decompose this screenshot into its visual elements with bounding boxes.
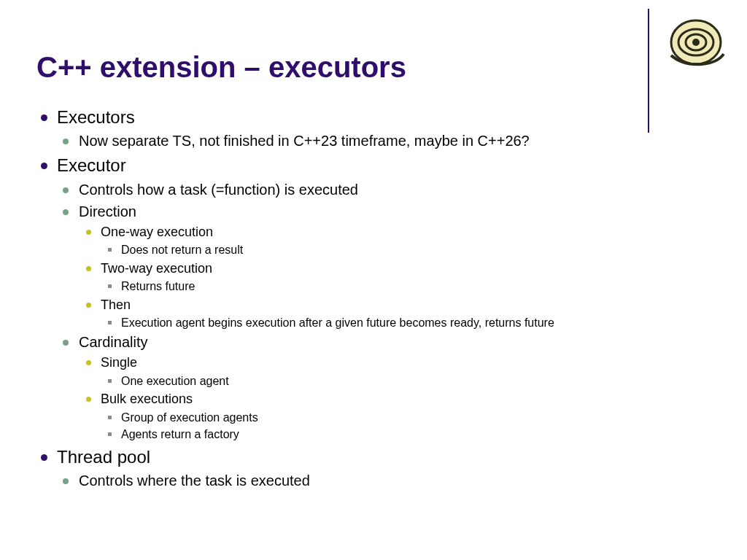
list-item: Single One execution agent [79, 354, 711, 389]
snail-logo-icon [661, 13, 728, 69]
item-text: Bulk executions [101, 392, 193, 406]
item-text: One execution agent [121, 375, 229, 387]
item-text: Thread pool [57, 447, 150, 467]
list-item: Execution agent begins execution after a… [101, 315, 711, 331]
list-item: Thread pool Controls where the task is e… [36, 446, 711, 491]
list-item: Controls where the task is executed [57, 471, 711, 491]
list-item: Then Execution agent begins execution af… [79, 296, 711, 331]
item-text: Execution agent begins execution after a… [121, 316, 554, 329]
item-text: Returns future [121, 280, 195, 292]
item-text: Direction [79, 203, 136, 219]
list-item: Two-way execution Returns future [79, 260, 711, 295]
item-text: Two-way execution [101, 261, 212, 276]
list-item: Bulk executions Group of execution agent… [79, 390, 711, 442]
item-text: Does not return a result [121, 244, 243, 256]
list-item: Now separate TS, not finished in C++23 t… [57, 131, 711, 151]
item-text: Then [101, 298, 131, 312]
list-item: Does not return a result [101, 242, 711, 258]
list-item: One-way execution Does not return a resu… [79, 223, 711, 258]
bullet-list: Executors Now separate TS, not finished … [36, 106, 711, 491]
item-text: Now separate TS, not finished in C++23 t… [79, 133, 530, 149]
list-item: One execution agent [101, 373, 711, 389]
item-text: Executors [57, 107, 135, 127]
item-text: Controls how a task (=function) is execu… [79, 182, 358, 198]
list-item: Cardinality Single One execution agent B… [57, 332, 711, 442]
item-text: Controls where the task is executed [79, 472, 310, 489]
list-item: Group of execution agents [101, 410, 711, 426]
item-text: Executor [57, 155, 126, 175]
list-item: Direction One-way execution Does not ret… [57, 202, 711, 331]
item-text: Agents return a factory [121, 428, 239, 440]
list-item: Executors Now separate TS, not finished … [36, 106, 711, 151]
list-item: Controls how a task (=function) is execu… [57, 180, 711, 200]
item-text: Group of execution agents [121, 411, 258, 424]
svg-point-1 [692, 39, 700, 46]
item-text: Single [101, 355, 137, 370]
item-text: One-way execution [101, 225, 213, 239]
list-item: Agents return a factory [101, 427, 711, 443]
list-item: Returns future [101, 279, 711, 295]
item-text: Cardinality [79, 334, 147, 350]
slide-title: C++ extension – executors [36, 51, 711, 84]
slide: C++ extension – executors Executors Now … [0, 0, 747, 523]
list-item: Executor Controls how a task (=function)… [36, 154, 711, 442]
